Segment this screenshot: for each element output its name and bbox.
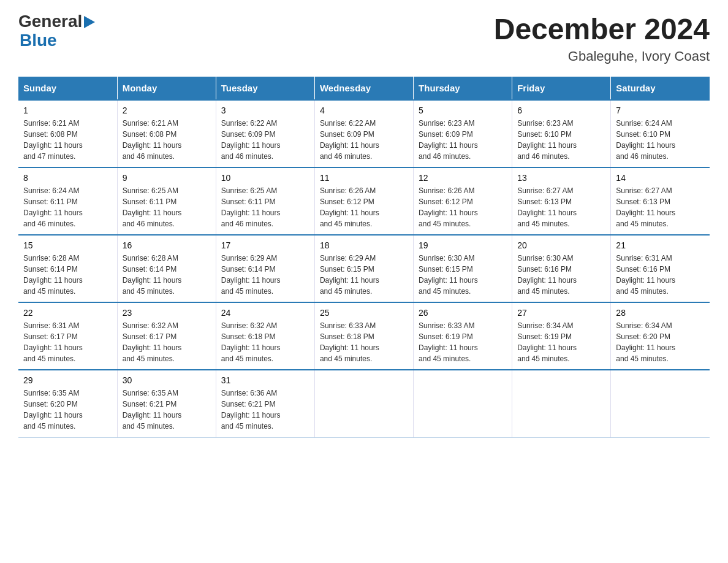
day-number: 10	[221, 173, 309, 183]
day-number: 4	[320, 105, 408, 115]
day-cell: 8 Sunrise: 6:24 AM Sunset: 6:11 PM Dayli…	[18, 167, 117, 235]
calendar-subtitle: Gbaleguhe, Ivory Coast	[494, 48, 710, 64]
day-cell: 23 Sunrise: 6:32 AM Sunset: 6:17 PM Dayl…	[117, 302, 216, 370]
day-number: 2	[123, 105, 211, 115]
day-cell: 17 Sunrise: 6:29 AM Sunset: 6:14 PM Dayl…	[216, 235, 314, 302]
calendar-body: 1 Sunrise: 6:21 AM Sunset: 6:08 PM Dayli…	[18, 100, 710, 437]
day-cell: 29 Sunrise: 6:35 AM Sunset: 6:20 PM Dayl…	[18, 370, 117, 437]
day-cell: 13 Sunrise: 6:27 AM Sunset: 6:13 PM Dayl…	[512, 167, 611, 235]
day-number: 14	[616, 173, 705, 183]
day-cell: 11 Sunrise: 6:26 AM Sunset: 6:12 PM Dayl…	[314, 167, 413, 235]
day-info: Sunrise: 6:23 AM Sunset: 6:10 PM Dayligh…	[517, 118, 605, 162]
day-info: Sunrise: 6:23 AM Sunset: 6:09 PM Dayligh…	[419, 118, 507, 162]
day-info: Sunrise: 6:27 AM Sunset: 6:13 PM Dayligh…	[616, 185, 705, 229]
svg-marker-0	[84, 16, 95, 28]
header-friday: Friday	[512, 77, 611, 100]
day-info: Sunrise: 6:28 AM Sunset: 6:14 PM Dayligh…	[123, 253, 211, 297]
day-number: 15	[23, 240, 112, 250]
calendar-title-block: December 2024 Gbaleguhe, Ivory Coast	[494, 12, 710, 64]
day-number: 27	[517, 308, 605, 318]
day-info: Sunrise: 6:34 AM Sunset: 6:19 PM Dayligh…	[517, 320, 605, 364]
day-number: 5	[419, 105, 507, 115]
day-number: 24	[221, 308, 309, 318]
day-number: 23	[123, 308, 211, 318]
day-info: Sunrise: 6:33 AM Sunset: 6:18 PM Dayligh…	[320, 320, 408, 364]
page-header: General Blue December 2024 Gbaleguhe, Iv…	[18, 12, 710, 64]
day-info: Sunrise: 6:21 AM Sunset: 6:08 PM Dayligh…	[123, 118, 211, 162]
week-row-1: 1 Sunrise: 6:21 AM Sunset: 6:08 PM Dayli…	[18, 100, 710, 167]
day-cell: 20 Sunrise: 6:30 AM Sunset: 6:16 PM Dayl…	[512, 235, 611, 302]
day-cell: 21 Sunrise: 6:31 AM Sunset: 6:16 PM Dayl…	[611, 235, 710, 302]
day-cell: 4 Sunrise: 6:22 AM Sunset: 6:09 PM Dayli…	[314, 100, 413, 167]
day-cell: 2 Sunrise: 6:21 AM Sunset: 6:08 PM Dayli…	[117, 100, 216, 167]
logo-general: General	[18, 12, 82, 31]
day-number: 31	[221, 375, 309, 385]
day-cell: 1 Sunrise: 6:21 AM Sunset: 6:08 PM Dayli…	[18, 100, 117, 167]
day-cell: 3 Sunrise: 6:22 AM Sunset: 6:09 PM Dayli…	[216, 100, 314, 167]
day-number: 8	[23, 173, 112, 183]
day-number: 20	[517, 240, 605, 250]
day-info: Sunrise: 6:30 AM Sunset: 6:15 PM Dayligh…	[419, 253, 507, 297]
day-number: 7	[616, 105, 705, 115]
day-cell: 22 Sunrise: 6:31 AM Sunset: 6:17 PM Dayl…	[18, 302, 117, 370]
day-cell: 7 Sunrise: 6:24 AM Sunset: 6:10 PM Dayli…	[611, 100, 710, 167]
day-number: 17	[221, 240, 309, 250]
day-cell: 25 Sunrise: 6:33 AM Sunset: 6:18 PM Dayl…	[314, 302, 413, 370]
day-number: 29	[23, 375, 112, 385]
day-cell: 27 Sunrise: 6:34 AM Sunset: 6:19 PM Dayl…	[512, 302, 611, 370]
day-cell: 16 Sunrise: 6:28 AM Sunset: 6:14 PM Dayl…	[117, 235, 216, 302]
day-cell	[512, 370, 611, 437]
day-info: Sunrise: 6:35 AM Sunset: 6:21 PM Dayligh…	[123, 388, 211, 432]
day-cell: 10 Sunrise: 6:25 AM Sunset: 6:11 PM Dayl…	[216, 167, 314, 235]
day-cell: 18 Sunrise: 6:29 AM Sunset: 6:15 PM Dayl…	[314, 235, 413, 302]
day-info: Sunrise: 6:25 AM Sunset: 6:11 PM Dayligh…	[123, 185, 211, 229]
week-row-2: 8 Sunrise: 6:24 AM Sunset: 6:11 PM Dayli…	[18, 167, 710, 235]
day-cell: 6 Sunrise: 6:23 AM Sunset: 6:10 PM Dayli…	[512, 100, 611, 167]
day-info: Sunrise: 6:36 AM Sunset: 6:21 PM Dayligh…	[221, 388, 309, 432]
day-number: 26	[419, 308, 507, 318]
logo-blue: Blue	[20, 31, 95, 50]
header-wednesday: Wednesday	[314, 77, 413, 100]
day-info: Sunrise: 6:31 AM Sunset: 6:17 PM Dayligh…	[23, 320, 112, 364]
day-number: 1	[23, 105, 112, 115]
day-number: 30	[123, 375, 211, 385]
day-cell: 19 Sunrise: 6:30 AM Sunset: 6:15 PM Dayl…	[414, 235, 512, 302]
day-cell: 28 Sunrise: 6:34 AM Sunset: 6:20 PM Dayl…	[611, 302, 710, 370]
logo-arrow-icon	[84, 16, 95, 28]
day-number: 22	[23, 308, 112, 318]
day-info: Sunrise: 6:35 AM Sunset: 6:20 PM Dayligh…	[23, 388, 112, 432]
day-number: 19	[419, 240, 507, 250]
day-cell	[611, 370, 710, 437]
day-info: Sunrise: 6:34 AM Sunset: 6:20 PM Dayligh…	[616, 320, 705, 364]
day-number: 16	[123, 240, 211, 250]
logo: General Blue	[18, 12, 95, 50]
day-cell: 5 Sunrise: 6:23 AM Sunset: 6:09 PM Dayli…	[414, 100, 512, 167]
day-info: Sunrise: 6:29 AM Sunset: 6:14 PM Dayligh…	[221, 253, 309, 297]
day-number: 11	[320, 173, 408, 183]
day-cell: 14 Sunrise: 6:27 AM Sunset: 6:13 PM Dayl…	[611, 167, 710, 235]
day-cell	[314, 370, 413, 437]
calendar-table: SundayMondayTuesdayWednesdayThursdayFrid…	[18, 77, 710, 438]
day-cell: 30 Sunrise: 6:35 AM Sunset: 6:21 PM Dayl…	[117, 370, 216, 437]
header-row: SundayMondayTuesdayWednesdayThursdayFrid…	[18, 77, 710, 100]
day-info: Sunrise: 6:31 AM Sunset: 6:16 PM Dayligh…	[616, 253, 705, 297]
day-number: 12	[419, 173, 507, 183]
week-row-3: 15 Sunrise: 6:28 AM Sunset: 6:14 PM Dayl…	[18, 235, 710, 302]
day-info: Sunrise: 6:22 AM Sunset: 6:09 PM Dayligh…	[221, 118, 309, 162]
day-cell	[414, 370, 512, 437]
day-info: Sunrise: 6:24 AM Sunset: 6:11 PM Dayligh…	[23, 185, 112, 229]
day-cell: 24 Sunrise: 6:32 AM Sunset: 6:18 PM Dayl…	[216, 302, 314, 370]
calendar-title: December 2024	[494, 12, 710, 46]
week-row-4: 22 Sunrise: 6:31 AM Sunset: 6:17 PM Dayl…	[18, 302, 710, 370]
day-info: Sunrise: 6:33 AM Sunset: 6:19 PM Dayligh…	[419, 320, 507, 364]
header-saturday: Saturday	[611, 77, 710, 100]
day-info: Sunrise: 6:22 AM Sunset: 6:09 PM Dayligh…	[320, 118, 408, 162]
day-cell: 12 Sunrise: 6:26 AM Sunset: 6:12 PM Dayl…	[414, 167, 512, 235]
day-number: 9	[123, 173, 211, 183]
day-cell: 9 Sunrise: 6:25 AM Sunset: 6:11 PM Dayli…	[117, 167, 216, 235]
header-tuesday: Tuesday	[216, 77, 314, 100]
day-number: 3	[221, 105, 309, 115]
header-monday: Monday	[117, 77, 216, 100]
day-cell: 31 Sunrise: 6:36 AM Sunset: 6:21 PM Dayl…	[216, 370, 314, 437]
day-info: Sunrise: 6:27 AM Sunset: 6:13 PM Dayligh…	[517, 185, 605, 229]
